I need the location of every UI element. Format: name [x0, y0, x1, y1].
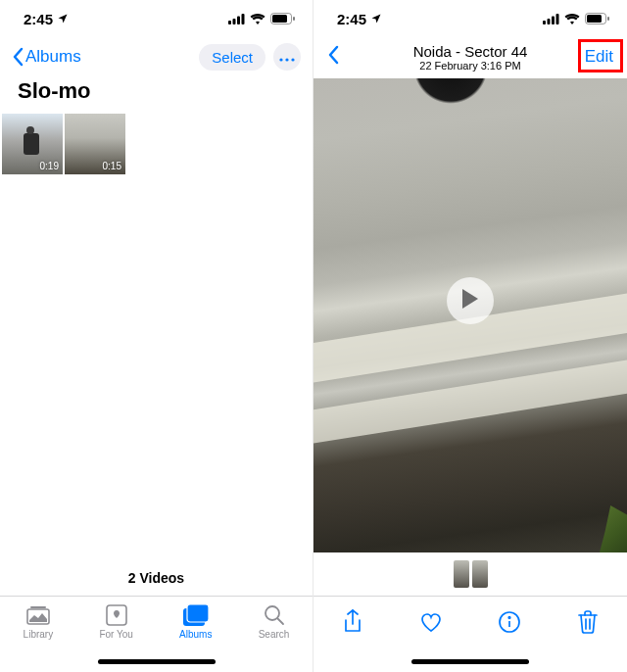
video-thumbnail[interactable]: 0:15: [65, 114, 125, 174]
video-duration: 0:15: [103, 161, 121, 171]
battery-icon: [585, 11, 609, 27]
svg-rect-17: [543, 21, 546, 24]
status-time: 2:45: [24, 11, 53, 27]
tab-label: Search: [259, 629, 290, 640]
svg-marker-24: [462, 289, 478, 309]
library-icon: [25, 603, 51, 627]
status-bar: 2:45: [0, 0, 313, 37]
svg-rect-18: [548, 19, 551, 24]
trash-icon: [578, 610, 598, 638]
back-button[interactable]: Albums: [12, 47, 81, 67]
location-title: Noida - Sector 44: [413, 43, 528, 60]
svg-rect-11: [30, 606, 46, 608]
svg-rect-3: [242, 14, 245, 24]
location-arrow-icon: [370, 13, 382, 24]
search-icon: [262, 603, 287, 627]
video-duration: 0:19: [40, 161, 59, 171]
status-right: [543, 11, 609, 27]
tab-label: Library: [24, 629, 54, 640]
wifi-icon: [250, 11, 265, 27]
back-label: Albums: [25, 47, 81, 67]
nav-bar: Albums Select: [0, 37, 313, 76]
svg-rect-20: [556, 14, 559, 24]
for-you-icon: [104, 603, 129, 627]
detail-toolbar: [314, 596, 627, 672]
select-button[interactable]: Select: [199, 44, 265, 71]
ellipsis-icon: [279, 48, 295, 66]
favorite-button[interactable]: [417, 610, 445, 638]
play-button[interactable]: [447, 277, 494, 324]
cellular-icon: [228, 11, 245, 27]
share-button[interactable]: [339, 610, 366, 638]
svg-point-27: [508, 617, 510, 619]
scrubber-frame: [472, 560, 488, 588]
svg-point-9: [291, 58, 294, 61]
tab-search[interactable]: Search: [259, 603, 290, 672]
play-icon: [461, 289, 479, 312]
svg-rect-2: [237, 16, 240, 24]
svg-rect-14: [187, 604, 209, 622]
heart-icon: [419, 611, 443, 637]
svg-rect-22: [587, 15, 602, 23]
edit-button[interactable]: Edit: [581, 44, 617, 70]
albums-icon: [183, 603, 209, 627]
svg-point-8: [285, 58, 288, 61]
svg-rect-0: [228, 21, 231, 24]
status-bar: 2:45: [314, 0, 627, 37]
share-icon: [343, 609, 362, 639]
video-scrubber[interactable]: [314, 552, 627, 596]
cellular-icon: [543, 11, 559, 27]
tab-label: For You: [99, 629, 132, 640]
scrubber-frame: [454, 560, 469, 588]
nav-title: Noida - Sector 44 22 February 3:16 PM: [413, 43, 528, 72]
status-time: 2:45: [337, 11, 366, 27]
more-button[interactable]: [273, 43, 301, 71]
detail-nav-bar: Noida - Sector 44 22 February 3:16 PM Ed…: [314, 37, 627, 76]
thumbnail-grid: 0:19 0:15: [0, 114, 313, 174]
date-subtitle: 22 February 3:16 PM: [413, 60, 528, 72]
svg-rect-19: [552, 16, 555, 24]
album-screen: 2:45 Albums Select: [0, 0, 314, 672]
status-left: 2:45: [337, 11, 382, 27]
video-detail-screen: 2:45 Noida - Sector 44 22 February 3:16 …: [314, 0, 627, 672]
video-preview[interactable]: [314, 78, 627, 552]
battery-icon: [270, 11, 295, 27]
info-button[interactable]: [496, 610, 523, 638]
album-title: Slo-mo: [0, 76, 313, 114]
svg-rect-1: [233, 19, 236, 24]
svg-rect-6: [293, 17, 295, 21]
info-icon: [499, 611, 520, 637]
svg-point-7: [279, 58, 282, 61]
status-left: 2:45: [24, 11, 69, 27]
video-thumbnail[interactable]: 0:19: [2, 114, 63, 174]
tab-label: Albums: [179, 629, 212, 640]
home-indicator[interactable]: [411, 659, 529, 664]
nav-actions: Select: [199, 43, 301, 71]
tab-library[interactable]: Library: [24, 603, 54, 672]
svg-rect-23: [607, 17, 609, 21]
tab-bar: Library For You Albums Search: [0, 596, 313, 672]
location-arrow-icon: [57, 13, 69, 24]
back-button[interactable]: [323, 41, 343, 72]
svg-rect-5: [272, 15, 287, 23]
item-count: 2 Videos: [0, 560, 313, 596]
delete-button[interactable]: [574, 610, 602, 638]
status-right: [228, 11, 295, 27]
home-indicator[interactable]: [98, 659, 216, 664]
wifi-icon: [564, 11, 580, 27]
svg-line-16: [277, 619, 283, 625]
